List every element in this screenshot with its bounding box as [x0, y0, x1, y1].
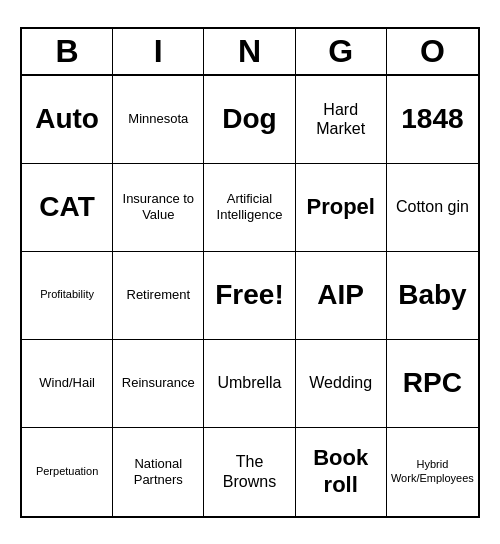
bingo-cell[interactable]: Perpetuation	[22, 428, 113, 516]
cell-text: Retirement	[127, 287, 191, 303]
bingo-cell[interactable]: Propel	[296, 164, 387, 252]
cell-text: Cotton gin	[396, 197, 469, 216]
cell-text: Wedding	[309, 373, 372, 392]
bingo-cell[interactable]: The Browns	[204, 428, 295, 516]
bingo-cell[interactable]: Profitability	[22, 252, 113, 340]
cell-text: Hard Market	[300, 100, 382, 138]
cell-text: Umbrella	[217, 373, 281, 392]
cell-text: Dog	[222, 102, 276, 136]
cell-text: 1848	[401, 102, 463, 136]
cell-text: Artificial Intelligence	[208, 191, 290, 222]
cell-text: Auto	[35, 102, 99, 136]
bingo-cell[interactable]: Artificial Intelligence	[204, 164, 295, 252]
bingo-cell[interactable]: Auto	[22, 76, 113, 164]
cell-text: Minnesota	[128, 111, 188, 127]
cell-text: Free!	[215, 278, 283, 312]
cell-text: CAT	[39, 190, 94, 224]
bingo-cell[interactable]: 1848	[387, 76, 478, 164]
header-letter: B	[22, 29, 113, 74]
bingo-header: BINGO	[22, 29, 478, 76]
bingo-cell[interactable]: National Partners	[113, 428, 204, 516]
cell-text: Perpetuation	[36, 465, 98, 478]
cell-text: Profitability	[40, 288, 94, 301]
bingo-cell[interactable]: Book roll	[296, 428, 387, 516]
cell-text: National Partners	[117, 456, 199, 487]
bingo-cell[interactable]: CAT	[22, 164, 113, 252]
bingo-card: BINGO AutoMinnesotaDogHard Market1848CAT…	[20, 27, 480, 518]
cell-text: Reinsurance	[122, 375, 195, 391]
header-letter: I	[113, 29, 204, 74]
cell-text: Hybrid Work/Employees	[391, 458, 474, 484]
bingo-cell[interactable]: Wedding	[296, 340, 387, 428]
bingo-grid: AutoMinnesotaDogHard Market1848CATInsura…	[22, 76, 478, 516]
bingo-cell[interactable]: Insurance to Value	[113, 164, 204, 252]
bingo-cell[interactable]: Dog	[204, 76, 295, 164]
header-letter: G	[296, 29, 387, 74]
bingo-cell[interactable]: Hard Market	[296, 76, 387, 164]
bingo-cell[interactable]: Cotton gin	[387, 164, 478, 252]
cell-text: Book roll	[300, 445, 382, 498]
cell-text: RPC	[403, 366, 462, 400]
cell-text: The Browns	[208, 452, 290, 490]
bingo-cell[interactable]: RPC	[387, 340, 478, 428]
bingo-cell[interactable]: Retirement	[113, 252, 204, 340]
cell-text: Propel	[306, 194, 374, 220]
bingo-cell[interactable]: Reinsurance	[113, 340, 204, 428]
cell-text: Baby	[398, 278, 466, 312]
cell-text: Insurance to Value	[117, 191, 199, 222]
cell-text: AIP	[317, 278, 364, 312]
header-letter: N	[204, 29, 295, 74]
bingo-cell[interactable]: Minnesota	[113, 76, 204, 164]
bingo-cell[interactable]: AIP	[296, 252, 387, 340]
bingo-cell[interactable]: Free!	[204, 252, 295, 340]
bingo-cell[interactable]: Wind/Hail	[22, 340, 113, 428]
bingo-cell[interactable]: Hybrid Work/Employees	[387, 428, 478, 516]
bingo-cell[interactable]: Baby	[387, 252, 478, 340]
cell-text: Wind/Hail	[39, 375, 95, 391]
bingo-cell[interactable]: Umbrella	[204, 340, 295, 428]
header-letter: O	[387, 29, 478, 74]
